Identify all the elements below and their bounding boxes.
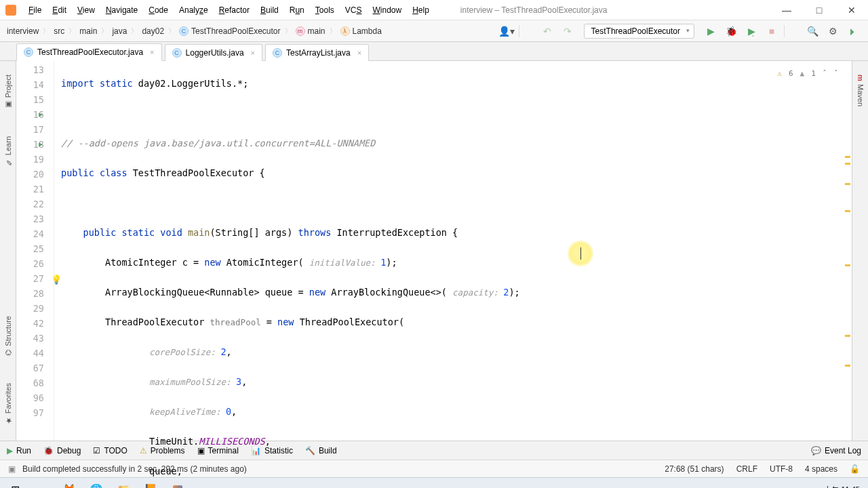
toolwindow-learn[interactable]: ✎ Learn: [3, 136, 12, 167]
navigation-toolbar: interview〉 src〉 main〉 java〉 day02〉 CTest…: [0, 20, 868, 42]
settings-icon[interactable]: ⚙: [825, 23, 841, 39]
toolwindow-maven[interactable]: m Maven: [856, 75, 865, 106]
close-button[interactable]: ✕: [841, 1, 863, 20]
crumb-method[interactable]: mmain: [296, 26, 326, 36]
window-title: interview – TestThreadPoolExecutor.java: [460, 5, 608, 15]
main-area: ▣ Project ✎ Learn ⌬ Structure ★ Favorite…: [0, 61, 868, 441]
coverage-button[interactable]: ▶̣: [743, 23, 760, 39]
tab-label: TestThreadPoolExecutor.java: [37, 47, 143, 57]
breadcrumb: interview〉 src〉 main〉 java〉 day02〉 CTest…: [7, 26, 382, 36]
weak-warning-icon: ▲: [800, 66, 805, 81]
caret-highlight: [567, 240, 594, 267]
menu-tools[interactable]: Tools: [311, 4, 338, 16]
run-anything-icon[interactable]: ⏵: [845, 23, 861, 39]
menu-analyze[interactable]: Analyze: [175, 4, 212, 16]
edge-icon[interactable]: 🌐: [85, 481, 107, 489]
tab-testarraylist[interactable]: C TestArrayList.java ×: [265, 44, 369, 61]
menu-navigate[interactable]: Navigate: [102, 4, 142, 16]
app-icon: [5, 5, 16, 16]
java-class-icon: C: [172, 48, 182, 58]
crumb-class[interactable]: CTestThreadPoolExecutor: [179, 26, 280, 36]
menu-code[interactable]: Code: [144, 4, 172, 16]
close-icon[interactable]: ×: [357, 49, 361, 57]
maximize-button[interactable]: □: [808, 1, 830, 20]
task-view-icon[interactable]: ▭: [31, 481, 53, 489]
tab-label: TestArrayList.java: [286, 48, 351, 58]
gutter: 13 14 15 16▶ 17 18▶ 19 20 21 22 23 24 25…: [16, 61, 54, 441]
main-menu: File Edit View Navigate Code Analyze Ref…: [24, 4, 433, 16]
crumb-day02[interactable]: day02: [142, 26, 164, 36]
menu-build[interactable]: Build: [256, 4, 283, 16]
menu-edit[interactable]: Edit: [48, 4, 71, 16]
search-icon[interactable]: 🔍: [804, 23, 821, 39]
inspection-widget[interactable]: ⚠6 ▲1 ˆ ˇ: [777, 66, 838, 81]
firefox-icon[interactable]: 🦊: [58, 481, 80, 489]
debug-button[interactable]: 🐞: [723, 23, 739, 39]
warning-count: 6: [789, 66, 793, 81]
chevron-down-icon[interactable]: ˇ: [833, 66, 838, 81]
java-class-icon: C: [273, 48, 282, 58]
menu-refactor[interactable]: Refactor: [215, 4, 254, 16]
divider: [519, 25, 535, 37]
run-configuration-select[interactable]: TestThreadPoolExecutor: [584, 24, 694, 39]
close-icon[interactable]: ×: [150, 48, 154, 56]
stop-button[interactable]: ■: [764, 23, 780, 39]
warning-icon: ⚠: [777, 66, 782, 81]
menu-vcs[interactable]: VCS: [341, 4, 366, 16]
toolwindow-run[interactable]: ▶Run: [7, 446, 31, 455]
crumb-src[interactable]: src: [54, 26, 64, 36]
code-area[interactable]: import static day02.LoggerUtils.*; // --…: [54, 61, 852, 441]
editor-tabs: C TestThreadPoolExecutor.java × C Logger…: [0, 42, 868, 61]
weak-warning-count: 1: [811, 66, 816, 81]
tab-testthreadpoolexecutor[interactable]: C TestThreadPoolExecutor.java ×: [16, 43, 162, 61]
menu-view[interactable]: View: [73, 4, 99, 16]
menu-run[interactable]: Run: [285, 4, 309, 16]
user-icon[interactable]: 👤▾: [498, 23, 515, 39]
toolwindow-structure[interactable]: ⌬ Structure: [3, 316, 12, 356]
back-icon[interactable]: ↶: [539, 23, 555, 39]
java-class-icon: C: [24, 47, 33, 57]
crumb-project[interactable]: interview: [7, 26, 39, 36]
left-tool-rail: ▣ Project ✎ Learn ⌬ Structure ★ Favorite…: [0, 61, 16, 441]
start-button[interactable]: ⊞: [4, 481, 26, 489]
tab-label: LoggerUtils.java: [186, 48, 244, 58]
powerpoint-icon[interactable]: 📙: [140, 481, 161, 489]
close-icon[interactable]: ×: [251, 49, 255, 57]
tab-loggerutils[interactable]: C LoggerUtils.java ×: [165, 44, 262, 61]
run-gutter-icon[interactable]: ▶: [39, 137, 43, 152]
intellij-icon[interactable]: [167, 481, 189, 489]
toolwindow-favorites[interactable]: ★ Favorites: [3, 383, 12, 425]
run-button[interactable]: ▶: [703, 23, 719, 39]
file-explorer-icon[interactable]: 📁: [113, 481, 134, 489]
editor[interactable]: 13 14 15 16▶ 17 18▶ 19 20 21 22 23 24 25…: [16, 61, 852, 441]
crumb-main[interactable]: main: [79, 26, 97, 36]
forward-icon[interactable]: ↷: [559, 23, 576, 39]
menu-file[interactable]: File: [24, 4, 45, 16]
crumb-lambda[interactable]: λLambda: [340, 26, 382, 36]
menu-help[interactable]: Help: [408, 4, 433, 16]
crumb-java[interactable]: java: [112, 26, 127, 36]
toolwindow-project[interactable]: ▣ Project: [3, 75, 12, 109]
titlebar: File Edit View Navigate Code Analyze Ref…: [0, 0, 868, 20]
chevron-up-icon[interactable]: ˆ: [823, 66, 827, 81]
run-gutter-icon[interactable]: ▶: [39, 107, 43, 122]
tool-windows-icon[interactable]: ▣: [8, 464, 16, 474]
divider: [784, 25, 800, 37]
error-stripe[interactable]: [844, 61, 852, 441]
window-controls: — □ ✕: [776, 1, 863, 20]
minimize-button[interactable]: —: [776, 1, 797, 20]
menu-window[interactable]: Window: [368, 4, 406, 16]
